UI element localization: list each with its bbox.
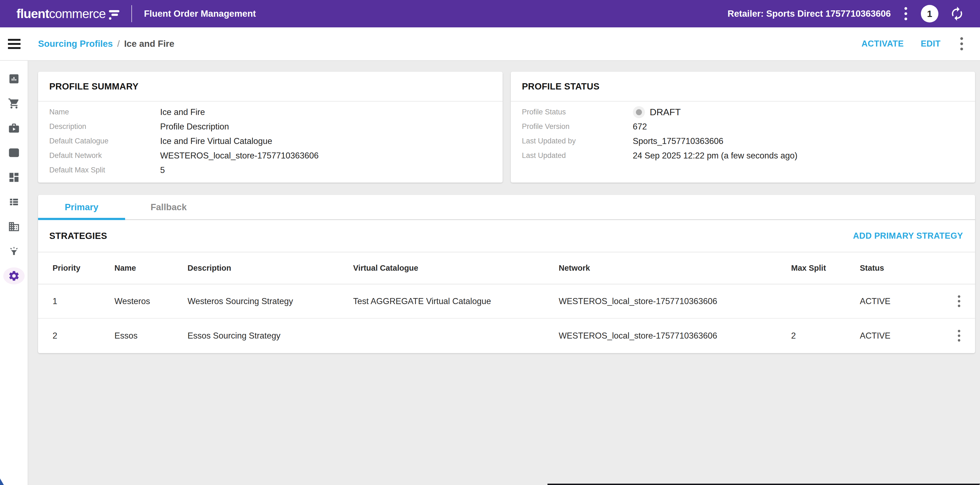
cell-status: ACTIVE (860, 296, 955, 306)
draft-status-dot-icon (633, 106, 645, 118)
field-description: Description Profile Description (38, 119, 503, 134)
window-bottom-edge (547, 483, 980, 485)
retailer-context-label: Retailer: Sports Direct 1757710363606 (728, 8, 891, 19)
breadcrumb: Sourcing Profiles / Ice and Fire (38, 38, 174, 49)
cell-name: Essos (115, 331, 188, 341)
profile-status-title: PROFILE STATUS (511, 72, 975, 102)
cell-max-split: 2 (791, 331, 860, 341)
strategies-table-header: Priority Name Description Virtual Catalo… (38, 252, 975, 285)
column-status: Status (860, 264, 955, 273)
column-virtual-catalogue: Virtual Catalogue (353, 264, 559, 273)
profile-summary-title: PROFILE SUMMARY (38, 72, 503, 102)
organization-icon (8, 221, 20, 233)
row-kebab-menu-icon[interactable] (955, 328, 963, 343)
breadcrumb-current-page: Ice and Fire (124, 38, 174, 49)
app-title: Fluent Order Management (144, 8, 256, 19)
hamburger-menu-icon[interactable] (0, 39, 28, 49)
fluent-commerce-logo: fluentcommerce (16, 6, 119, 21)
top-app-bar: fluentcommerce Fluent Order Management R… (0, 0, 980, 27)
page-toolbar: Sourcing Profiles / Ice and Fire ACTIVAT… (0, 27, 980, 61)
edit-button[interactable]: EDIT (921, 39, 940, 49)
funnel-icon (8, 245, 20, 257)
dashboard-icon (8, 171, 20, 183)
cell-priority: 2 (52, 331, 115, 341)
cell-status: ACTIVE (860, 331, 955, 341)
sidebar-item-analytics[interactable] (0, 67, 28, 91)
field-last-updated-by: Last Updated by Sports_1757710363606 (511, 134, 975, 148)
fluent-logo-mark-icon (109, 10, 119, 20)
strategy-row-essos[interactable]: 2 Essos Essos Sourcing Strategy WESTEROS… (38, 319, 975, 353)
field-default-max-split: Default Max Split 5 (38, 163, 503, 177)
logo-text-fluent: fluent (16, 6, 49, 21)
briefcase-play-icon (8, 122, 20, 134)
column-name: Name (115, 264, 188, 273)
sidebar-item-products[interactable] (0, 116, 28, 140)
cell-name: Westeros (115, 296, 188, 306)
cell-description: Westeros Sourcing Strategy (188, 296, 353, 306)
strategies-title: STRATEGIES (49, 231, 107, 241)
strategies-card: Primary Fallback STRATEGIES ADD PRIMARY … (38, 195, 975, 353)
header-kebab-menu-icon[interactable] (902, 5, 910, 22)
shopping-cart-icon (8, 97, 20, 110)
header-divider (131, 5, 132, 22)
bar-chart-icon (8, 73, 20, 85)
profile-status-card: PROFILE STATUS Profile Status DRAFT Prof… (511, 72, 975, 183)
sidebar-item-sourcing-wizard[interactable] (0, 239, 28, 264)
sidebar-item-orders[interactable] (0, 91, 28, 116)
column-priority: Priority (52, 264, 115, 273)
field-name: Name Ice and Fire (38, 105, 503, 119)
logo-text-commerce: commerce (49, 6, 106, 21)
field-default-catalogue: Default Catalogue Ice and Fire Virtual C… (38, 134, 503, 148)
page-kebab-menu-icon[interactable] (958, 36, 966, 52)
tab-primary[interactable]: Primary (38, 195, 125, 219)
sidebar-item-dashboard[interactable] (0, 165, 28, 190)
field-profile-status: Profile Status DRAFT (511, 105, 975, 119)
breadcrumb-sourcing-profiles-link[interactable]: Sourcing Profiles (38, 38, 113, 49)
column-network: Network (559, 264, 791, 273)
list-icon (8, 196, 20, 208)
field-last-updated: Last Updated 24 Sep 2025 12:22 pm (a few… (511, 148, 975, 163)
notification-count-badge[interactable]: 1 (921, 5, 939, 22)
column-max-split: Max Split (791, 264, 860, 273)
status-badge: DRAFT (650, 107, 681, 118)
cell-description: Essos Sourcing Strategy (188, 331, 353, 341)
activate-button[interactable]: ACTIVATE (861, 39, 904, 49)
field-profile-version: Profile Version 672 (511, 119, 975, 134)
cell-priority: 1 (52, 296, 115, 306)
field-default-network: Default Network WESTEROS_local_store-175… (38, 148, 503, 163)
strategy-row-westeros[interactable]: 1 Westeros Westeros Sourcing Strategy Te… (38, 285, 975, 319)
side-navigation (0, 61, 28, 485)
refresh-icon[interactable] (949, 6, 965, 21)
main-content: PROFILE SUMMARY Name Ice and Fire Descri… (28, 61, 980, 485)
strategy-tabs: Primary Fallback (38, 195, 975, 220)
column-description: Description (188, 264, 353, 273)
tab-fallback[interactable]: Fallback (125, 195, 212, 219)
sidebar-item-lists[interactable] (0, 190, 28, 214)
sidebar-item-settings[interactable] (0, 264, 28, 288)
breadcrumb-separator: / (117, 38, 119, 49)
row-kebab-menu-icon[interactable] (955, 294, 963, 309)
cell-network: WESTEROS_local_store-1757710363606 (559, 331, 791, 341)
active-item-highlight (3, 267, 25, 285)
settings-icon (8, 270, 20, 282)
sidebar-item-catalogues[interactable] (0, 140, 28, 165)
profile-summary-card: PROFILE SUMMARY Name Ice and Fire Descri… (38, 72, 503, 183)
layout-panel-icon (8, 147, 20, 159)
sidebar-item-locations[interactable] (0, 214, 28, 239)
cell-virtual-catalogue: Test AGGREGATE Virtual Catalogue (353, 296, 559, 306)
add-primary-strategy-button[interactable]: ADD PRIMARY STRATEGY (853, 231, 963, 241)
cell-network: WESTEROS_local_store-1757710363606 (559, 296, 791, 306)
